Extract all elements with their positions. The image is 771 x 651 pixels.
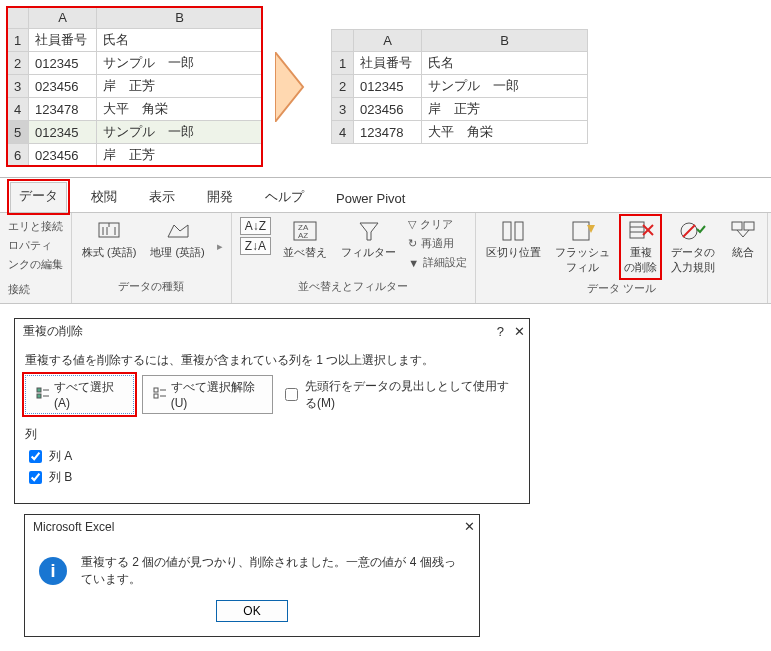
svg-marker-0 <box>275 52 303 122</box>
tab-data[interactable]: データ <box>10 182 67 212</box>
svg-marker-6 <box>360 223 378 240</box>
remove-duplicates-button[interactable]: 重複 の削除 <box>622 217 659 277</box>
group-connections: 接続 <box>8 280 63 299</box>
data-validation-icon <box>679 219 707 243</box>
col-header-A[interactable]: A <box>29 7 97 29</box>
table-row[interactable]: 2012345サンプル 一郎 <box>332 75 588 98</box>
sort-desc-button[interactable]: Z↓A <box>240 237 271 255</box>
svg-rect-8 <box>515 222 523 240</box>
svg-rect-7 <box>503 222 511 240</box>
select-all-icon <box>36 387 50 402</box>
advanced-icon: ▼ <box>408 257 419 269</box>
unselect-all-icon <box>153 387 167 402</box>
columns-label: 列 <box>25 426 519 443</box>
msgbox-title: Microsoft Excel <box>33 520 114 534</box>
svg-rect-24 <box>154 388 158 392</box>
tab-review[interactable]: 校閲 <box>83 184 125 212</box>
corner <box>7 7 29 29</box>
svg-text:AZ: AZ <box>298 231 308 240</box>
editlinks-link[interactable]: ンクの編集 <box>8 255 63 274</box>
table-row[interactable]: 1社員番号氏名 <box>7 29 263 52</box>
col-header-B[interactable]: B <box>422 30 588 52</box>
info-icon: i <box>39 557 67 585</box>
col-header-A[interactable]: A <box>354 30 422 52</box>
stocks-icon <box>95 219 123 243</box>
dialog-description: 重複する値を削除するには、重複が含まれている列を 1 つ以上選択します。 <box>25 352 519 369</box>
ok-button[interactable]: OK <box>216 600 287 622</box>
close-button[interactable]: ✕ <box>514 324 525 339</box>
flash-fill-button[interactable]: フラッシュ フィル <box>553 217 612 277</box>
clear-filter-button[interactable]: ▽クリア <box>408 217 467 232</box>
group-datatypes: データの種類 <box>118 279 184 294</box>
svg-line-17 <box>683 225 695 237</box>
select-all-button[interactable]: すべて選択(A) <box>25 375 134 414</box>
clear-icon: ▽ <box>408 218 416 231</box>
group-sortfilter: 並べ替えとフィルター <box>298 279 408 294</box>
consolidate-button[interactable]: 統合 <box>727 217 759 262</box>
message-box: Microsoft Excel ✕ i 重複する 2 個の値が見つかり、削除され… <box>24 514 480 637</box>
sort-icon: ZAAZ <box>291 219 319 243</box>
corner <box>332 30 354 52</box>
svg-rect-19 <box>744 222 754 230</box>
queries-link[interactable]: エリと接続 <box>8 217 63 236</box>
reapply-icon: ↻ <box>408 237 417 250</box>
sort-button[interactable]: ZAAZ 並べ替え <box>281 217 329 262</box>
svg-rect-18 <box>732 222 742 230</box>
before-grid: A B 1社員番号氏名 2012345サンプル 一郎 3023456岸 正芳 4… <box>6 6 263 167</box>
table-row[interactable]: 2012345サンプル 一郎 <box>7 52 263 75</box>
properties-link[interactable]: ロパティ <box>8 236 63 255</box>
tab-developer[interactable]: 開発 <box>199 184 241 212</box>
remove-duplicates-dialog: 重複の削除 ? ✕ 重複する値を削除するには、重複が含まれている列を 1 つ以上… <box>14 318 530 504</box>
table-row[interactable]: 6023456岸 正芳 <box>7 144 263 167</box>
group-datatools: データ ツール <box>587 281 656 296</box>
use-header-checkbox[interactable]: 先頭行をデータの見出しとして使用する(M) <box>281 378 519 412</box>
reapply-button[interactable]: ↻再適用 <box>408 236 467 251</box>
stocks-button[interactable]: 株式 (英語) <box>80 217 138 262</box>
tab-view[interactable]: 表示 <box>141 184 183 212</box>
sort-asc-button[interactable]: A↓Z <box>240 217 271 235</box>
geography-button[interactable]: 地理 (英語) <box>148 217 206 262</box>
col-header-B[interactable]: B <box>97 7 263 29</box>
table-row[interactable]: 4123478大平 角栄 <box>7 98 263 121</box>
column-checkbox-a[interactable]: 列 A <box>25 447 519 466</box>
filter-button[interactable]: フィルター <box>339 217 398 262</box>
svg-rect-20 <box>37 388 41 392</box>
flash-fill-icon <box>569 219 597 243</box>
svg-rect-25 <box>154 394 158 398</box>
consolidate-icon <box>729 219 757 243</box>
more-types[interactable]: ▸ <box>217 240 223 253</box>
help-button[interactable]: ? <box>497 324 504 339</box>
advanced-filter-button[interactable]: ▼詳細設定 <box>408 255 467 270</box>
table-row[interactable]: 4123478大平 角栄 <box>332 121 588 144</box>
unselect-all-button[interactable]: すべて選択解除(U) <box>142 375 273 414</box>
arrow-right-icon <box>275 52 319 122</box>
msgbox-text: 重複する 2 個の値が見つかり、削除されました。一意の値が 4 個残っています。 <box>81 554 465 588</box>
geography-icon <box>164 219 192 243</box>
close-button[interactable]: ✕ <box>464 519 475 534</box>
data-validation-button[interactable]: データの 入力規則 <box>669 217 717 277</box>
text-to-columns-button[interactable]: 区切り位置 <box>484 217 543 262</box>
svg-marker-10 <box>587 225 595 233</box>
svg-rect-21 <box>37 394 41 398</box>
tab-help[interactable]: ヘルプ <box>257 184 312 212</box>
svg-marker-2 <box>168 225 188 237</box>
filter-icon <box>355 219 383 243</box>
table-row[interactable]: 3023456岸 正芳 <box>332 98 588 121</box>
after-grid: A B 1社員番号氏名 2012345サンプル 一郎 3023456岸 正芳 4… <box>331 29 588 144</box>
svg-rect-9 <box>573 222 589 240</box>
dialog-title: 重複の削除 <box>23 323 83 340</box>
table-row[interactable]: 1社員番号氏名 <box>332 52 588 75</box>
tab-powerpivot[interactable]: Power Pivot <box>328 187 413 212</box>
table-row[interactable]: 5012345サンプル 一郎 <box>7 121 263 144</box>
remove-duplicates-icon <box>627 219 655 243</box>
text-to-columns-icon <box>500 219 528 243</box>
svg-rect-11 <box>630 222 644 238</box>
column-checkbox-b[interactable]: 列 B <box>25 468 519 487</box>
table-row[interactable]: 3023456岸 正芳 <box>7 75 263 98</box>
